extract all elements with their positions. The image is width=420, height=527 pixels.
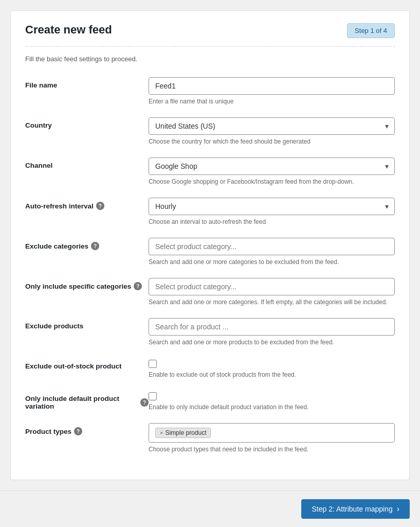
include-specific-categories-label: Only include specific categories ?	[25, 278, 149, 290]
auto-refresh-select[interactable]: Hourly Daily Weekly	[149, 198, 395, 215]
exclude-products-row: Exclude products Search and add one or m…	[25, 318, 395, 346]
exclude-out-of-stock-hint: Enable to exclude out of stock products …	[149, 371, 395, 378]
exclude-out-of-stock-checkbox[interactable]	[149, 360, 157, 368]
main-content: Create new feed Step 1 of 4 Fill the bas…	[10, 10, 410, 480]
channel-hint: Choose Google shopping or Facebook/Insta…	[149, 178, 395, 185]
channel-row: Channel Google Shop Facebook/Instagram C…	[25, 157, 395, 185]
next-step-arrow-icon: ›	[397, 504, 399, 514]
exclude-categories-help-icon[interactable]: ?	[91, 242, 99, 250]
form-subtitle: Fill the basic feed settings to proceed.	[25, 55, 395, 63]
include-specific-categories-input[interactable]	[149, 278, 395, 295]
product-types-field: × Simple product Choose product types th…	[149, 423, 395, 453]
product-tag-remove-icon[interactable]: ×	[160, 430, 163, 436]
channel-select-wrapper: Google Shop Facebook/Instagram	[149, 157, 395, 175]
file-name-field: Enter a file name that is unique	[149, 77, 395, 105]
include-default-variation-checkbox[interactable]	[149, 392, 157, 400]
file-name-input[interactable]	[149, 77, 395, 95]
channel-label: Channel	[25, 157, 149, 169]
include-specific-categories-help-icon[interactable]: ?	[134, 282, 142, 290]
country-field: United States (US) United Kingdom (UK) C…	[149, 117, 395, 145]
auto-refresh-label: Auto-refresh interval ?	[25, 198, 149, 210]
include-default-variation-field: Enable to only include default product v…	[149, 391, 395, 411]
next-step-button[interactable]: Step 2: Attribute mapping ›	[301, 499, 410, 519]
file-name-label: File name	[25, 77, 149, 89]
auto-refresh-help-icon[interactable]: ?	[96, 202, 104, 210]
country-select[interactable]: United States (US) United Kingdom (UK) C…	[149, 117, 395, 135]
page-wrapper: Create new feed Step 1 of 4 Fill the bas…	[0, 0, 420, 527]
country-hint: Choose the country for which the feed sh…	[149, 138, 395, 145]
product-types-row: Product types ? × Simple product Choose …	[25, 423, 395, 453]
include-default-variation-label: Only include default product variation ?	[25, 391, 149, 410]
exclude-out-of-stock-checkbox-wrapper	[149, 358, 395, 368]
product-types-help-icon[interactable]: ?	[74, 427, 82, 435]
auto-refresh-hint: Choose an interval to auto-refresh the f…	[149, 218, 395, 225]
product-types-input-wrapper[interactable]: × Simple product	[149, 423, 395, 443]
auto-refresh-select-wrapper: Hourly Daily Weekly	[149, 198, 395, 215]
file-name-hint: Enter a file name that is unique	[149, 98, 395, 105]
include-default-variation-hint: Enable to only include default product v…	[149, 403, 395, 411]
exclude-categories-input[interactable]	[149, 238, 395, 255]
country-label: Country	[25, 117, 149, 129]
product-tag-label: Simple product	[165, 429, 206, 436]
footer-bar: Step 2: Attribute mapping ›	[0, 490, 420, 527]
product-types-hint: Choose product types that need to be inc…	[149, 446, 395, 453]
auto-refresh-row: Auto-refresh interval ? Hourly Daily Wee…	[25, 198, 395, 225]
page-header: Create new feed Step 1 of 4	[25, 23, 395, 47]
exclude-categories-hint: Search and add one or more categories to…	[149, 258, 395, 266]
include-default-variation-row: Only include default product variation ?…	[25, 391, 395, 411]
product-tag-simple: × Simple product	[155, 428, 211, 438]
country-select-wrapper: United States (US) United Kingdom (UK) C…	[149, 117, 395, 135]
channel-field: Google Shop Facebook/Instagram Choose Go…	[149, 157, 395, 185]
include-default-variation-checkbox-wrapper	[149, 391, 395, 400]
file-name-row: File name Enter a file name that is uniq…	[25, 77, 395, 105]
include-specific-categories-hint: Search and add one or more categories. I…	[149, 298, 395, 306]
next-step-label: Step 2: Attribute mapping	[312, 505, 392, 513]
include-specific-categories-field: Search and add one or more categories. I…	[149, 278, 395, 306]
exclude-out-of-stock-row: Exclude out-of-stock product Enable to e…	[25, 358, 395, 378]
exclude-products-label: Exclude products	[25, 318, 149, 330]
exclude-categories-row: Exclude categories ? Search and add one …	[25, 238, 395, 266]
exclude-out-of-stock-label: Exclude out-of-stock product	[25, 358, 149, 370]
exclude-categories-label: Exclude categories ?	[25, 238, 149, 250]
exclude-products-hint: Search and add one or more products to b…	[149, 339, 395, 346]
include-default-variation-help-icon[interactable]: ?	[140, 398, 149, 407]
auto-refresh-field: Hourly Daily Weekly Choose an interval t…	[149, 198, 395, 225]
exclude-categories-field: Search and add one or more categories to…	[149, 238, 395, 266]
exclude-products-field: Search and add one or more products to b…	[149, 318, 395, 346]
exclude-out-of-stock-field: Enable to exclude out of stock products …	[149, 358, 395, 378]
include-specific-categories-row: Only include specific categories ? Searc…	[25, 278, 395, 306]
page-title: Create new feed	[25, 23, 112, 37]
country-row: Country United States (US) United Kingdo…	[25, 117, 395, 145]
product-types-label: Product types ?	[25, 423, 149, 435]
step-badge: Step 1 of 4	[347, 23, 395, 38]
exclude-products-input[interactable]	[149, 318, 395, 336]
channel-select[interactable]: Google Shop Facebook/Instagram	[149, 157, 395, 175]
